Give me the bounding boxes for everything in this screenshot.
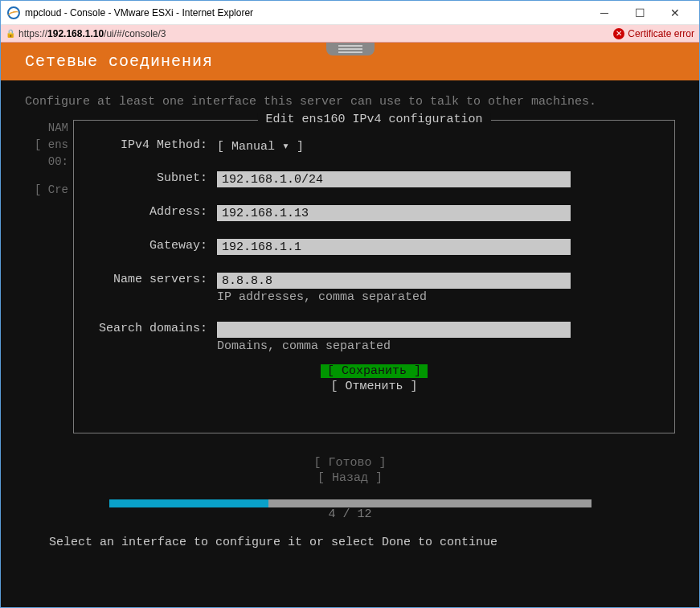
background-buttons: [ Готово ] [ Назад ] [25, 456, 675, 485]
searchdomains-input[interactable] [217, 322, 571, 338]
progress-bar [109, 499, 592, 507]
page-title: Сетевые соединения [25, 52, 213, 71]
address-bar[interactable]: 🔒 https://192.168.1.10/ui/#/console/3 ✕ … [1, 25, 699, 43]
nameservers-label: Name servers: [96, 273, 217, 286]
dialog-title: Edit ens160 IPv4 configuration [257, 113, 490, 126]
console-tab-handle[interactable] [326, 43, 375, 55]
bottom-hint: Select an interface to configure it or s… [25, 536, 675, 549]
nameservers-hint: IP addresses, comma separated [217, 290, 652, 304]
gateway-input[interactable] [217, 239, 571, 255]
searchdomains-hint: Domains, comma separated [217, 339, 652, 353]
lock-icon: 🔒 [6, 29, 15, 38]
method-dropdown[interactable]: [ Manual ▾ ] [217, 140, 304, 154]
minimize-button[interactable]: ─ [587, 2, 622, 24]
subnet-label: Subnet: [96, 171, 217, 185]
window-title: mpcloud - Console - VMware ESXi - Intern… [25, 7, 587, 18]
top-hint: Configure at least one interface this se… [25, 95, 675, 109]
certificate-error[interactable]: ✕ Certificate error [613, 28, 694, 39]
console-viewport[interactable]: Сетевые соединения Configure at least on… [1, 43, 699, 607]
nameservers-input[interactable] [217, 273, 571, 289]
ipv4-config-dialog: Edit ens160 IPv4 configuration IPv4 Meth… [73, 120, 675, 433]
address-label: Address: [96, 205, 217, 219]
save-button[interactable]: [ Сохранить ] [321, 364, 428, 378]
back-button-bg: [ Назад ] [25, 471, 675, 485]
gateway-label: Gateway: [96, 239, 217, 253]
ie-icon [7, 6, 20, 19]
maximize-button[interactable]: ☐ [622, 2, 657, 24]
searchdomains-label: Search domains: [96, 322, 217, 335]
progress-text: 4 / 12 [328, 507, 371, 521]
cancel-button[interactable]: [ Отменить ] [324, 380, 424, 393]
error-icon: ✕ [613, 28, 624, 39]
close-button[interactable]: ✕ [657, 2, 693, 24]
progress-fill [109, 499, 268, 507]
url-text: https://192.168.1.10/ui/#/console/3 [18, 28, 613, 39]
address-input[interactable] [217, 205, 571, 221]
method-label: IPv4 Method: [96, 138, 217, 152]
subnet-input[interactable] [217, 171, 571, 187]
background-column: NAM [ ens 00: [ Cre [25, 120, 73, 433]
done-button-bg: [ Готово ] [25, 456, 675, 470]
window-titlebar: mpcloud - Console - VMware ESXi - Intern… [1, 1, 699, 25]
